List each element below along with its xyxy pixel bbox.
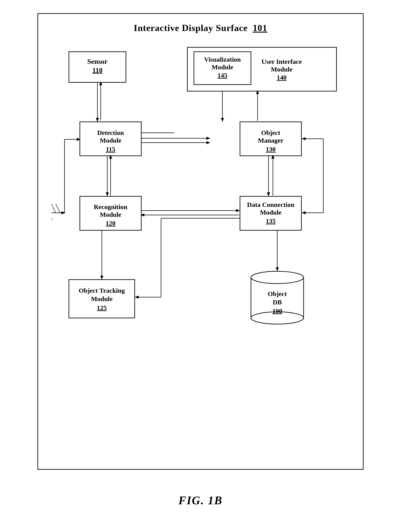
svg-text:Module: Module: [212, 63, 233, 71]
page-container: Interactive Display Surface 101 Sensor 1…: [0, 0, 401, 532]
svg-text:Object: Object: [268, 290, 287, 297]
diagram-title-number: 101: [253, 23, 267, 33]
svg-text:Object Tracking: Object Tracking: [79, 287, 125, 294]
svg-point-32: [251, 271, 304, 284]
svg-text:User Interface: User Interface: [262, 58, 302, 65]
svg-text:Module: Module: [100, 211, 121, 218]
svg-marker-46: [207, 137, 210, 140]
figure-label: FIG. 1B: [178, 494, 223, 507]
svg-marker-38: [96, 118, 99, 122]
svg-marker-65: [276, 267, 279, 271]
svg-marker-55: [267, 192, 270, 196]
svg-text:110: 110: [92, 66, 103, 74]
svg-text:Object: Object: [261, 129, 280, 136]
svg-text:DB: DB: [273, 298, 282, 306]
svg-line-80: [51, 218, 52, 227]
svg-marker-74: [302, 137, 306, 140]
svg-line-77: [51, 204, 56, 213]
svg-text:Manager: Manager: [258, 137, 284, 144]
svg-marker-69: [135, 296, 139, 299]
svg-text:Detection: Detection: [97, 129, 124, 136]
svg-text:Module: Module: [91, 295, 113, 302]
svg-marker-73: [302, 211, 306, 214]
svg-text:Recognition: Recognition: [94, 203, 128, 210]
svg-marker-42: [106, 192, 109, 196]
svg-marker-63: [100, 276, 103, 279]
svg-text:Module: Module: [260, 209, 282, 216]
svg-text:Sensor: Sensor: [87, 58, 108, 65]
svg-text:Data Connection: Data Connection: [247, 201, 294, 208]
svg-line-76: [56, 204, 60, 213]
svg-text:135: 135: [266, 217, 276, 224]
diagram-title-text: Interactive Display Surface: [134, 23, 248, 33]
svg-text:190: 190: [272, 307, 282, 315]
main-diagram-border: Interactive Display Surface 101 Sensor 1…: [38, 13, 363, 470]
svg-marker-59: [236, 209, 240, 212]
svg-text:125: 125: [97, 304, 107, 311]
diagram-title: Interactive Display Surface 101: [51, 23, 350, 33]
svg-text:130: 130: [266, 146, 276, 153]
diagram-svg: Sensor 110 Visualization Module 145 User…: [51, 38, 350, 456]
svg-text:Visualization: Visualization: [204, 56, 241, 63]
svg-marker-51: [221, 118, 224, 122]
svg-text:115: 115: [106, 146, 115, 153]
diagram-svg-container: Sensor 110 Visualization Module 145 User…: [51, 38, 350, 456]
svg-text:Module: Module: [100, 137, 121, 144]
svg-text:140: 140: [277, 74, 287, 81]
svg-text:120: 120: [105, 219, 116, 227]
svg-marker-83: [61, 211, 65, 214]
svg-text:145: 145: [217, 71, 227, 79]
svg-marker-48: [207, 141, 210, 144]
svg-text:Module: Module: [271, 66, 292, 73]
svg-marker-53: [256, 90, 259, 94]
